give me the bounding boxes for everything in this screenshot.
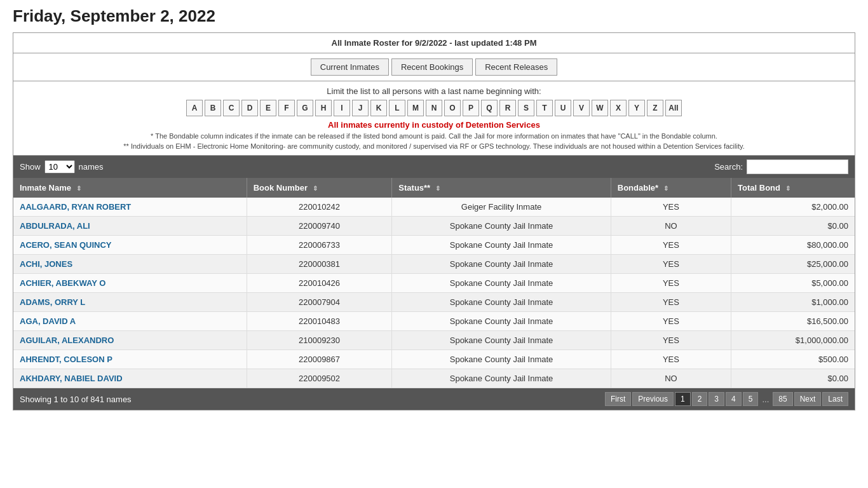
inmate-name-link[interactable]: AALGAARD, RYAN ROBERT: [20, 202, 131, 212]
footnote2: ** Individuals on EHM - Electronic Home …: [22, 142, 846, 150]
col-status[interactable]: Status** ⇕: [392, 178, 611, 198]
inmate-name-cell: ACHI, JONES: [13, 255, 247, 274]
letter-btn-G[interactable]: G: [297, 100, 313, 116]
showing-text: Showing 1 to 10 of 841 names: [20, 395, 132, 404]
inmates-table: Inmate Name ⇕ Book Number ⇕ Status** ⇕ B…: [13, 178, 855, 388]
page-btn-previous[interactable]: Previous: [632, 392, 674, 406]
letter-btn-C[interactable]: C: [223, 100, 240, 116]
page-btn-4[interactable]: 4: [726, 392, 742, 406]
inmate-name-cell: ADAMS, ORRY L: [13, 293, 247, 312]
sort-arrows-book: ⇕: [313, 185, 318, 192]
book-number-cell: 220007904: [247, 293, 392, 312]
page-date: Friday, September 2, 2022: [13, 6, 855, 26]
sort-arrows-name: ⇕: [76, 185, 81, 192]
inmate-name-link[interactable]: ABDULRADA, ALI: [20, 221, 90, 231]
letter-btn-K[interactable]: K: [370, 100, 387, 116]
col-bondable[interactable]: Bondable* ⇕: [611, 178, 731, 198]
current-inmates-button[interactable]: Current Inmates: [311, 58, 389, 76]
bondable-cell: NO: [611, 217, 731, 236]
inmate-name-link[interactable]: ACERO, SEAN QUINCY: [20, 240, 111, 250]
letter-btn-N[interactable]: N: [426, 100, 442, 116]
bondable-cell: YES: [611, 274, 731, 293]
page-btn-1[interactable]: 1: [675, 392, 691, 406]
bondable-cell: NO: [611, 369, 731, 388]
col-book-number[interactable]: Book Number ⇕: [247, 178, 392, 198]
letter-btn-B[interactable]: B: [205, 100, 221, 116]
table-controls: Show 10 25 50 100 names Search:: [13, 156, 855, 178]
bondable-cell: YES: [611, 293, 731, 312]
letter-btn-L[interactable]: L: [389, 100, 405, 116]
roster-header: All Inmate Roster for 9/2/2022 - last up…: [13, 33, 855, 53]
letter-btn-All[interactable]: All: [665, 100, 682, 116]
book-number-cell: 220010483: [247, 312, 392, 331]
recent-bookings-button[interactable]: Recent Bookings: [391, 58, 473, 76]
status-cell: Spokane County Jail Inmate: [392, 255, 611, 274]
status-cell: Spokane County Jail Inmate: [392, 369, 611, 388]
letter-btn-Z[interactable]: Z: [647, 100, 663, 116]
col-inmate-name[interactable]: Inmate Name ⇕: [13, 178, 247, 198]
col-total-bond[interactable]: Total Bond ⇕: [731, 178, 855, 198]
letter-btn-M[interactable]: M: [407, 100, 424, 116]
letter-btn-P[interactable]: P: [463, 100, 479, 116]
inmate-name-cell: AGA, DAVID A: [13, 312, 247, 331]
inmate-name-link[interactable]: AGUILAR, ALEXANDRO: [20, 336, 114, 345]
table-row: ACERO, SEAN QUINCY 220006733 Spokane Cou…: [13, 236, 855, 255]
letter-btn-F[interactable]: F: [278, 100, 295, 116]
letter-btn-J[interactable]: J: [352, 100, 369, 116]
letter-buttons: ABCDEFGHIJKLMNOPQRSTUVWXYZAll: [16, 100, 852, 116]
show-count-select[interactable]: 10 25 50 100: [44, 160, 75, 173]
table-row: ABDULRADA, ALI 220009740 Spokane County …: [13, 217, 855, 236]
inmate-name-link[interactable]: AKHDARY, NABIEL DAVID: [20, 374, 123, 383]
table-row: AGA, DAVID A 220010483 Spokane County Ja…: [13, 312, 855, 331]
page-btn-last[interactable]: Last: [822, 392, 848, 406]
book-number-cell: 220010426: [247, 274, 392, 293]
book-number-cell: 220000381: [247, 255, 392, 274]
bondable-cell: YES: [611, 312, 731, 331]
letter-btn-H[interactable]: H: [315, 100, 332, 116]
letter-btn-I[interactable]: I: [334, 100, 350, 116]
inmate-name-link[interactable]: ACHIER, ABEKWAY O: [20, 278, 105, 288]
sort-arrows-status: ⇕: [435, 185, 440, 192]
letter-btn-R[interactable]: R: [499, 100, 516, 116]
letter-btn-T[interactable]: T: [536, 100, 553, 116]
letter-btn-W[interactable]: W: [592, 100, 608, 116]
letter-btn-U[interactable]: U: [555, 100, 571, 116]
letter-btn-S[interactable]: S: [518, 100, 534, 116]
page-btn-next[interactable]: Next: [794, 392, 822, 406]
filter-section: Limit the list to all persons with a las…: [13, 81, 855, 156]
book-number-cell: 220009502: [247, 369, 392, 388]
book-number-cell: 220006733: [247, 236, 392, 255]
inmate-name-link[interactable]: AGA, DAVID A: [20, 316, 76, 326]
inmate-name-link[interactable]: ADAMS, ORRY L: [20, 297, 85, 307]
letter-btn-O[interactable]: O: [444, 100, 461, 116]
page-ellipsis: ...: [759, 395, 771, 404]
book-number-cell: 220009740: [247, 217, 392, 236]
recent-releases-button[interactable]: Recent Releases: [475, 58, 557, 76]
letter-btn-D[interactable]: D: [241, 100, 258, 116]
bond-cell: $500.00: [731, 350, 855, 369]
inmate-name-cell: AHRENDT, COLESON P: [13, 350, 247, 369]
letter-btn-A[interactable]: A: [186, 100, 203, 116]
page-btn-first[interactable]: First: [605, 392, 631, 406]
letter-btn-Q[interactable]: Q: [481, 100, 498, 116]
letter-btn-E[interactable]: E: [260, 100, 276, 116]
page-btn-2[interactable]: 2: [692, 392, 708, 406]
bond-cell: $0.00: [731, 369, 855, 388]
status-cell: Spokane County Jail Inmate: [392, 274, 611, 293]
letter-btn-Y[interactable]: Y: [628, 100, 645, 116]
inmate-name-link[interactable]: AHRENDT, COLESON P: [20, 355, 112, 364]
inmate-name-link[interactable]: ACHI, JONES: [20, 259, 72, 269]
page-btn-3[interactable]: 3: [709, 392, 724, 406]
table-row: AKHDARY, NABIEL DAVID 220009502 Spokane …: [13, 369, 855, 388]
bond-cell: $80,000.00: [731, 236, 855, 255]
search-input[interactable]: [747, 159, 848, 174]
letter-btn-V[interactable]: V: [573, 100, 590, 116]
bondable-cell: YES: [611, 331, 731, 350]
inmate-name-cell: AALGAARD, RYAN ROBERT: [13, 198, 247, 217]
nav-buttons: Current Inmates Recent Bookings Recent R…: [13, 53, 855, 81]
page-btn-5[interactable]: 5: [743, 392, 759, 406]
page-btn-85[interactable]: 85: [773, 392, 792, 406]
search-label: Search:: [714, 159, 848, 174]
letter-btn-X[interactable]: X: [610, 100, 627, 116]
bond-cell: $16,500.00: [731, 312, 855, 331]
